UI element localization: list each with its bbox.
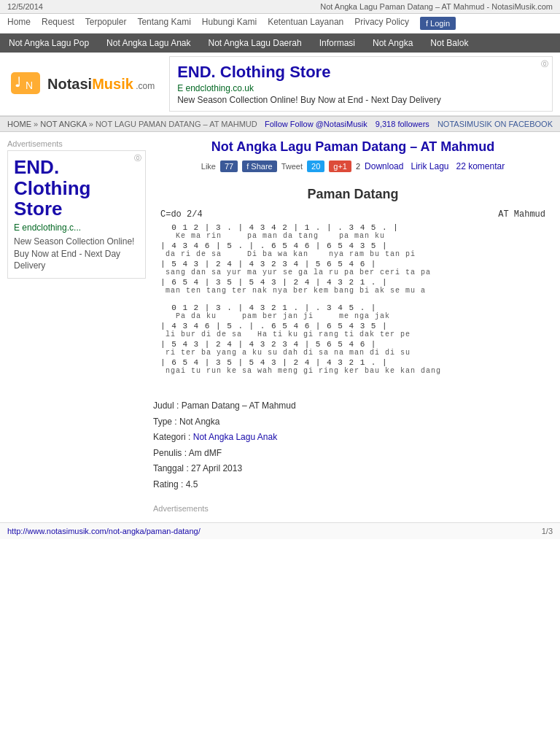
rating-label: Rating: [153, 479, 179, 489]
sidebar: Advertisements ⓪ END.ClothingStore E end…: [7, 139, 146, 515]
nav-home[interactable]: Home: [7, 17, 31, 30]
sidebar-ad-title[interactable]: END.ClothingStore: [14, 157, 139, 220]
breadcrumb-current: NOT LAGU PAMAN DATANG – AT MAHMUD: [96, 120, 257, 128]
notes-5: 0 1 2 | 3 . | 4 3 2 1 . | . 3 4 5 . |: [160, 303, 545, 312]
ad-label-small: ⓪: [541, 59, 548, 69]
kategori-label: Kategori: [153, 432, 186, 442]
cat-notbalok[interactable]: Not Balok: [421, 34, 477, 53]
music-bar-4: | 6 5 4 | 3 5 | 5 4 3 | 2 4 | 4 3 2 1 . …: [160, 278, 545, 295]
nav-privacy[interactable]: Privacy Policy: [354, 17, 409, 30]
download-link[interactable]: Download: [365, 161, 403, 171]
cat-notangka[interactable]: Not Angka: [364, 34, 421, 53]
notes-7: | 5 4 3 | 2 4 | 4 3 2 3 4 | 5 6 5 4 6 |: [160, 340, 545, 349]
info-type: Type : Not Angka: [153, 414, 553, 430]
tweet-label: Tweet: [281, 162, 303, 171]
logo-dotcom: .com: [136, 81, 155, 91]
like-label: Like: [201, 162, 216, 171]
notes-4: | 6 5 4 | 3 5 | 5 4 3 | 2 4 | 4 3 2 1 . …: [160, 278, 545, 287]
lyrics-6: li bur di de sa Ha ti ku gi rang ti dak …: [160, 330, 545, 338]
lirik-link[interactable]: Lirik Lagu: [411, 161, 448, 171]
ad-url[interactable]: E endclothing.co.uk: [177, 83, 545, 93]
lyrics-4: man ten tang ter nak nya ber kem bang bi…: [160, 287, 545, 295]
komentar-link[interactable]: 22 komentar: [456, 161, 505, 171]
login-button[interactable]: f Login: [420, 17, 456, 30]
info-section: Judul : Paman Datang – AT Mahmud Type : …: [153, 398, 553, 493]
notation-container: 0 1 2 | 3 . | 4 3 4 2 | 1 . | . 3 4 5 . …: [160, 223, 545, 375]
footer-url[interactable]: http://www.notasimusik.com/not-angka/pam…: [7, 527, 201, 535]
breadcrumb-notangka[interactable]: NOT ANGKA: [40, 120, 86, 128]
site-logo[interactable]: ♩ N NotasiMusik .com: [7, 69, 155, 100]
sheet-key: C=do 2/4: [160, 209, 203, 220]
judul-value: : Paman Datang – AT Mahmud: [176, 400, 296, 411]
follow-text: Follow Follow @NotasiMusik: [265, 120, 368, 128]
notes-1: 0 1 2 | 3 . | 4 3 4 2 | 1 . | . 3 4 5 . …: [160, 223, 545, 232]
category-nav: Not Angka Lagu Pop Not Angka Lagu Anak N…: [0, 34, 560, 53]
footer-page: 1/3: [542, 527, 553, 535]
cat-informasi[interactable]: Informasi: [311, 34, 364, 53]
notes-8: | 6 5 4 | 3 5 | 5 4 3 | 2 4 | 4 3 2 1 . …: [160, 358, 545, 367]
ad-desc: New Season Collection Online! Buy Now at…: [177, 95, 545, 105]
music-bar-2: | 4 3 4 6 | 5 . | . 6 5 4 6 | 6 5 4 3 5 …: [160, 241, 545, 258]
svg-text:N: N: [26, 80, 33, 91]
nav-ketentuan[interactable]: Ketentuan Layanan: [268, 17, 343, 30]
music-bar-5: 0 1 2 | 3 . | 4 3 2 1 . | . 3 4 5 . | Pa…: [160, 303, 545, 320]
sidebar-ad-desc: New Season Collection Online! Buy Now at…: [14, 236, 139, 272]
tanggal-value: : 27 April 2013: [186, 463, 242, 473]
music-bar-1: 0 1 2 | 3 . | 4 3 4 2 | 1 . | . 3 4 5 . …: [160, 223, 545, 240]
tanggal-label: Tanggal: [153, 463, 184, 473]
action-links: Download Lirik Lagu 22 komentar: [365, 161, 505, 171]
cat-anak[interactable]: Not Angka Lagu Anak: [98, 34, 199, 53]
notes-3: | 5 4 3 | 2 4 | 4 3 2 3 4 | 5 6 5 4 6 |: [160, 260, 545, 268]
notes-6: | 4 3 4 6 | 5 . | . 6 5 4 6 | 6 5 4 3 5 …: [160, 322, 545, 330]
judul-label: Judul: [153, 400, 174, 411]
nav-request[interactable]: Request: [42, 17, 74, 30]
footer: http://www.notasimusik.com/not-angka/pam…: [0, 522, 560, 539]
lyrics-2: da ri de sa Di ba wa kan nya ram bu tan …: [160, 250, 545, 258]
penulis-value: : Am dMF: [184, 448, 222, 458]
notes-2: | 4 3 4 6 | 5 . | . 6 5 4 6 | 6 5 4 3 5 …: [160, 241, 545, 250]
article: Not Angka Lagu Paman Datang – AT Mahmud …: [153, 139, 553, 515]
info-kategori: Kategori : Not Angka Lagu Anak: [153, 430, 553, 446]
main-content: Advertisements ⓪ END.ClothingStore E end…: [0, 132, 560, 522]
sidebar-ad-indicator: ⓪: [134, 153, 141, 163]
music-bar-7: | 5 4 3 | 2 4 | 4 3 2 3 4 | 5 6 5 4 6 | …: [160, 340, 545, 357]
type-label: Type: [153, 417, 172, 427]
penulis-label: Penulis: [153, 448, 182, 458]
sidebar-ad: ⓪ END.ClothingStore E endclothing.c... N…: [7, 150, 146, 279]
tweet-count[interactable]: 20: [307, 160, 324, 172]
logo-text: NotasiMusik: [47, 76, 133, 92]
gplus-count: 2: [356, 162, 360, 171]
like-count[interactable]: 77: [220, 160, 238, 172]
nav-tentang[interactable]: Tentang Kami: [137, 17, 190, 30]
article-title: Not Angka Lagu Paman Datang – AT Mahmud: [153, 139, 553, 155]
gplus-button[interactable]: g+1: [329, 160, 351, 172]
breadcrumb-home[interactable]: HOME: [7, 120, 31, 128]
nav-hubungi[interactable]: Hubungi Kami: [202, 17, 257, 30]
music-bar-6: | 4 3 4 6 | 5 . | . 6 5 4 6 | 6 5 4 3 5 …: [160, 322, 545, 338]
follow-bar: Follow Follow @NotasiMusik 9,318 followe…: [265, 120, 553, 128]
kategori-link[interactable]: Not Angka Lagu Anak: [193, 432, 277, 442]
header-ad-banner: ⓪ END. Clothing Store E endclothing.co.u…: [169, 56, 553, 112]
rating-value: : 4.5: [181, 479, 198, 489]
followers-count: 9,318 followers: [376, 120, 429, 128]
sheet-music: Paman Datang C=do 2/4 AT Mahmud 0 1 2 | …: [153, 179, 553, 384]
ad-title[interactable]: END. Clothing Store: [177, 63, 545, 82]
sheet-title: Paman Datang: [160, 187, 545, 202]
sidebar-ad-url[interactable]: E endclothing.c...: [14, 222, 139, 233]
facebook-link[interactable]: NOTASIMUSIK ON FACEBOOK: [438, 120, 553, 128]
cat-daerah[interactable]: Not Angka Lagu Daerah: [200, 34, 311, 53]
music-bar-8: | 6 5 4 | 3 5 | 5 4 3 | 2 4 | 4 3 2 1 . …: [160, 358, 545, 375]
lyrics-7: ri ter ba yang a ku su dah di sa na man …: [160, 349, 545, 357]
share-button[interactable]: f Share: [242, 160, 276, 172]
browser-date: 12/5/2014: [7, 2, 43, 11]
type-value: : Not Angka: [174, 417, 219, 427]
logo-icon: ♩ N: [7, 69, 44, 98]
top-nav: Home Request Terpopuler Tentang Kami Hub…: [0, 14, 560, 34]
sheet-meta: C=do 2/4 AT Mahmud: [160, 209, 545, 220]
svg-text:♩: ♩: [15, 75, 20, 90]
breadcrumb: HOME » NOT ANGKA » NOT LAGU PAMAN DATANG…: [7, 120, 257, 128]
info-tanggal: Tanggal : 27 April 2013: [153, 461, 553, 477]
cat-pop[interactable]: Not Angka Lagu Pop: [0, 34, 98, 53]
browser-title: Not Angka Lagu Paman Datang – AT Mahmud …: [320, 2, 553, 11]
nav-terpopuler[interactable]: Terpopuler: [85, 17, 127, 30]
